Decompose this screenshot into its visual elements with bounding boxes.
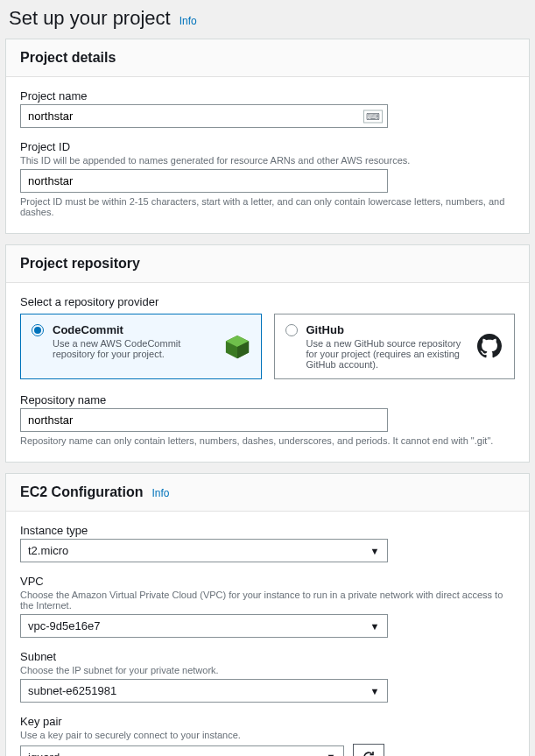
page-info-link[interactable]: Info	[180, 15, 197, 27]
repo-name-constraint: Repository name can only contain letters…	[20, 435, 515, 446]
vpc-help: Choose the Amazon Virtual Private Cloud …	[20, 590, 515, 611]
instance-type-field: Instance type t2.micro ▼	[20, 524, 515, 562]
instance-type-select[interactable]: t2.micro ▼	[20, 539, 388, 562]
page-title: Set up your project	[9, 7, 171, 30]
chevron-down-icon: ▼	[363, 546, 387, 556]
ec2-config-title: EC2 Configuration	[20, 484, 143, 500]
github-desc: Use a new GitHub source repository for y…	[306, 338, 469, 370]
project-repository-header: Project repository	[6, 245, 529, 283]
subnet-value: subnet-e6251981	[21, 680, 363, 702]
project-name-label: Project name	[20, 89, 515, 102]
github-title: GitHub	[306, 323, 469, 336]
keypair-help: Use a key pair to securely connect to yo…	[20, 730, 515, 740]
instance-type-label: Instance type	[20, 524, 515, 537]
repo-name-label: Repository name	[20, 393, 515, 406]
project-details-panel: Project details Project name ⌨ Project I…	[5, 39, 530, 234]
project-id-label: Project ID	[20, 140, 515, 153]
project-id-input[interactable]	[20, 169, 388, 193]
vpc-field: VPC Choose the Amazon Virtual Private Cl…	[20, 575, 515, 638]
vpc-select[interactable]: vpc-9d5e16e7 ▼	[20, 614, 388, 638]
ec2-info-link[interactable]: Info	[151, 487, 169, 499]
repo-name-field: Repository name Repository name can only…	[20, 393, 515, 446]
project-id-help: This ID will be appended to names genera…	[20, 155, 515, 166]
keypair-label: Key pair	[20, 715, 515, 728]
subnet-select[interactable]: subnet-e6251981 ▼	[20, 679, 388, 703]
github-icon	[477, 334, 503, 360]
project-details-title: Project details	[20, 50, 515, 66]
subnet-field: Subnet Choose the IP subnet for your pri…	[20, 650, 515, 703]
repo-provider-label: Select a repository provider	[20, 295, 515, 308]
codecommit-title: CodeCommit	[53, 323, 215, 336]
ec2-config-header: EC2 Configuration Info	[6, 474, 529, 512]
codecommit-icon	[224, 334, 250, 360]
repo-name-input[interactable]	[20, 408, 388, 432]
project-repository-panel: Project repository Select a repository p…	[5, 244, 530, 463]
repo-option-github[interactable]: GitHub Use a new GitHub source repositor…	[274, 314, 516, 379]
subnet-help: Choose the IP subnet for your private ne…	[20, 665, 515, 675]
radio-icon	[285, 324, 298, 336]
keypair-refresh-button[interactable]	[353, 744, 384, 756]
autofill-icon: ⌨	[363, 110, 383, 123]
instance-type-value: t2.micro	[21, 540, 363, 562]
project-name-field: Project name ⌨	[20, 89, 515, 128]
page-header: Set up your project Info	[9, 7, 530, 30]
ec2-config-panel: EC2 Configuration Info Instance type t2.…	[5, 473, 530, 756]
chevron-down-icon: ▼	[319, 752, 343, 756]
chevron-down-icon: ▼	[363, 621, 387, 632]
refresh-icon	[362, 750, 376, 756]
keypair-value: iguard	[21, 746, 319, 757]
keypair-select[interactable]: iguard ▼	[20, 745, 344, 757]
vpc-value: vpc-9d5e16e7	[21, 615, 363, 637]
codecommit-desc: Use a new AWS CodeCommit repository for …	[53, 338, 215, 359]
subnet-label: Subnet	[20, 650, 515, 663]
project-id-constraint: Project ID must be within 2-15 character…	[20, 196, 515, 217]
project-details-header: Project details	[6, 39, 529, 77]
vpc-label: VPC	[20, 575, 515, 588]
project-repository-title: Project repository	[20, 256, 515, 272]
repo-option-codecommit[interactable]: CodeCommit Use a new AWS CodeCommit repo…	[20, 314, 262, 379]
radio-icon	[32, 324, 44, 336]
keypair-field: Key pair Use a key pair to securely conn…	[20, 715, 515, 756]
chevron-down-icon: ▼	[363, 686, 387, 696]
project-id-field: Project ID This ID will be appended to n…	[20, 140, 515, 217]
project-name-input[interactable]	[20, 104, 388, 128]
